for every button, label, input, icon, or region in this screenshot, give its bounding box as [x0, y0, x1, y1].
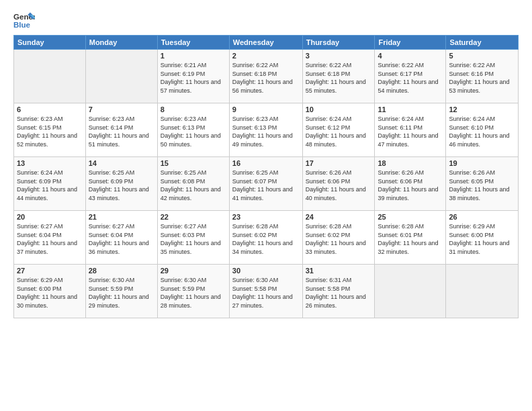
calendar-cell: 24Sunrise: 6:28 AM Sunset: 6:02 PM Dayli… [302, 211, 375, 265]
day-info: Sunrise: 6:30 AM Sunset: 5:59 PM Dayligh… [161, 276, 226, 310]
day-info: Sunrise: 6:22 AM Sunset: 6:18 PM Dayligh… [232, 61, 300, 95]
calendar-cell [85, 50, 157, 103]
day-number: 1 [161, 52, 226, 60]
day-info: Sunrise: 6:22 AM Sunset: 6:16 PM Dayligh… [449, 61, 515, 95]
calendar-cell: 30Sunrise: 6:30 AM Sunset: 5:58 PM Dayli… [229, 265, 302, 318]
day-info: Sunrise: 6:22 AM Sunset: 6:18 PM Dayligh… [306, 61, 372, 95]
calendar-week-row: 27Sunrise: 6:29 AM Sunset: 6:00 PM Dayli… [14, 265, 519, 318]
day-number: 24 [306, 213, 372, 221]
calendar-body: 1Sunrise: 6:21 AM Sunset: 6:19 PM Daylig… [14, 50, 519, 318]
day-info: Sunrise: 6:27 AM Sunset: 6:04 PM Dayligh… [17, 222, 83, 256]
calendar-week-row: 6Sunrise: 6:23 AM Sunset: 6:15 PM Daylig… [14, 103, 519, 157]
day-info: Sunrise: 6:25 AM Sunset: 6:08 PM Dayligh… [161, 169, 226, 202]
logo-icon: General Blue [13, 11, 35, 30]
calendar-cell: 18Sunrise: 6:26 AM Sunset: 6:06 PM Dayli… [375, 157, 446, 211]
day-number: 25 [378, 213, 443, 221]
day-number: 20 [17, 213, 83, 221]
calendar-cell: 8Sunrise: 6:23 AM Sunset: 6:13 PM Daylig… [157, 103, 229, 157]
weekday-header: Sunday [14, 36, 86, 50]
day-info: Sunrise: 6:30 AM Sunset: 5:59 PM Dayligh… [89, 276, 154, 310]
day-number: 23 [232, 213, 300, 221]
day-info: Sunrise: 6:26 AM Sunset: 6:06 PM Dayligh… [378, 169, 443, 202]
day-info: Sunrise: 6:23 AM Sunset: 6:13 PM Dayligh… [161, 115, 226, 148]
calendar-cell: 22Sunrise: 6:27 AM Sunset: 6:03 PM Dayli… [157, 211, 229, 265]
calendar-cell [375, 265, 446, 318]
calendar-cell: 25Sunrise: 6:28 AM Sunset: 6:01 PM Dayli… [375, 211, 446, 265]
header: General Blue [13, 11, 519, 30]
calendar-cell: 7Sunrise: 6:23 AM Sunset: 6:14 PM Daylig… [85, 103, 157, 157]
weekday-header: Wednesday [229, 36, 302, 50]
day-number: 26 [449, 213, 515, 221]
day-number: 5 [449, 52, 515, 60]
day-info: Sunrise: 6:26 AM Sunset: 6:06 PM Dayligh… [306, 169, 372, 202]
weekday-header: Friday [375, 36, 446, 50]
day-number: 31 [306, 267, 372, 275]
calendar-cell: 2Sunrise: 6:22 AM Sunset: 6:18 PM Daylig… [229, 50, 302, 103]
day-number: 30 [232, 267, 300, 275]
logo: General Blue [13, 11, 35, 30]
day-info: Sunrise: 6:24 AM Sunset: 6:09 PM Dayligh… [17, 169, 83, 202]
day-number: 15 [161, 159, 226, 167]
day-number: 22 [161, 213, 226, 221]
day-number: 14 [89, 159, 154, 167]
svg-text:Blue: Blue [13, 21, 31, 29]
calendar-cell: 28Sunrise: 6:30 AM Sunset: 5:59 PM Dayli… [85, 265, 157, 318]
day-info: Sunrise: 6:25 AM Sunset: 6:09 PM Dayligh… [89, 169, 154, 202]
day-info: Sunrise: 6:27 AM Sunset: 6:03 PM Dayligh… [161, 222, 226, 256]
calendar-cell: 1Sunrise: 6:21 AM Sunset: 6:19 PM Daylig… [157, 50, 229, 103]
day-number: 4 [378, 52, 443, 60]
day-info: Sunrise: 6:23 AM Sunset: 6:13 PM Dayligh… [232, 115, 300, 148]
day-number: 6 [17, 105, 83, 113]
day-number: 11 [378, 105, 443, 113]
day-number: 27 [17, 267, 83, 275]
day-number: 16 [232, 159, 300, 167]
day-info: Sunrise: 6:28 AM Sunset: 6:01 PM Dayligh… [378, 222, 443, 256]
page: General Blue SundayMondayTuesdayWednesda… [0, 0, 532, 411]
calendar-cell: 20Sunrise: 6:27 AM Sunset: 6:04 PM Dayli… [14, 211, 86, 265]
day-number: 2 [232, 52, 300, 60]
day-number: 3 [306, 52, 372, 60]
calendar-cell: 31Sunrise: 6:31 AM Sunset: 5:58 PM Dayli… [302, 265, 375, 318]
weekday-header: Saturday [446, 36, 519, 50]
day-info: Sunrise: 6:23 AM Sunset: 6:15 PM Dayligh… [17, 115, 83, 148]
day-info: Sunrise: 6:28 AM Sunset: 6:02 PM Dayligh… [306, 222, 372, 256]
day-number: 10 [306, 105, 372, 113]
day-info: Sunrise: 6:24 AM Sunset: 6:11 PM Dayligh… [378, 115, 443, 148]
calendar-header: SundayMondayTuesdayWednesdayThursdayFrid… [14, 36, 519, 50]
weekday-row: SundayMondayTuesdayWednesdayThursdayFrid… [14, 36, 519, 50]
day-info: Sunrise: 6:27 AM Sunset: 6:04 PM Dayligh… [89, 222, 154, 256]
day-info: Sunrise: 6:28 AM Sunset: 6:02 PM Dayligh… [232, 222, 300, 256]
day-info: Sunrise: 6:24 AM Sunset: 6:10 PM Dayligh… [449, 115, 515, 148]
day-number: 8 [161, 105, 226, 113]
day-info: Sunrise: 6:29 AM Sunset: 6:00 PM Dayligh… [449, 222, 515, 256]
calendar-week-row: 1Sunrise: 6:21 AM Sunset: 6:19 PM Daylig… [14, 50, 519, 103]
calendar-cell: 9Sunrise: 6:23 AM Sunset: 6:13 PM Daylig… [229, 103, 302, 157]
calendar-cell: 29Sunrise: 6:30 AM Sunset: 5:59 PM Dayli… [157, 265, 229, 318]
day-info: Sunrise: 6:22 AM Sunset: 6:17 PM Dayligh… [378, 61, 443, 95]
calendar-cell: 27Sunrise: 6:29 AM Sunset: 6:00 PM Dayli… [14, 265, 86, 318]
calendar-cell: 16Sunrise: 6:25 AM Sunset: 6:07 PM Dayli… [229, 157, 302, 211]
calendar-cell: 15Sunrise: 6:25 AM Sunset: 6:08 PM Dayli… [157, 157, 229, 211]
day-info: Sunrise: 6:30 AM Sunset: 5:58 PM Dayligh… [232, 276, 300, 310]
calendar-cell: 12Sunrise: 6:24 AM Sunset: 6:10 PM Dayli… [446, 103, 519, 157]
weekday-header: Thursday [302, 36, 375, 50]
day-info: Sunrise: 6:29 AM Sunset: 6:00 PM Dayligh… [17, 276, 83, 310]
calendar-cell: 14Sunrise: 6:25 AM Sunset: 6:09 PM Dayli… [85, 157, 157, 211]
calendar-cell: 26Sunrise: 6:29 AM Sunset: 6:00 PM Dayli… [446, 211, 519, 265]
day-number: 13 [17, 159, 83, 167]
day-info: Sunrise: 6:25 AM Sunset: 6:07 PM Dayligh… [232, 169, 300, 202]
day-number: 7 [89, 105, 154, 113]
day-info: Sunrise: 6:21 AM Sunset: 6:19 PM Dayligh… [161, 61, 226, 95]
calendar-cell: 23Sunrise: 6:28 AM Sunset: 6:02 PM Dayli… [229, 211, 302, 265]
day-info: Sunrise: 6:26 AM Sunset: 6:05 PM Dayligh… [449, 169, 515, 202]
calendar-cell: 19Sunrise: 6:26 AM Sunset: 6:05 PM Dayli… [446, 157, 519, 211]
day-number: 12 [449, 105, 515, 113]
calendar-cell: 21Sunrise: 6:27 AM Sunset: 6:04 PM Dayli… [85, 211, 157, 265]
calendar-cell [446, 265, 519, 318]
day-number: 28 [89, 267, 154, 275]
calendar-week-row: 13Sunrise: 6:24 AM Sunset: 6:09 PM Dayli… [14, 157, 519, 211]
day-number: 17 [306, 159, 372, 167]
day-info: Sunrise: 6:24 AM Sunset: 6:12 PM Dayligh… [306, 115, 372, 148]
day-number: 19 [449, 159, 515, 167]
calendar-cell: 6Sunrise: 6:23 AM Sunset: 6:15 PM Daylig… [14, 103, 86, 157]
